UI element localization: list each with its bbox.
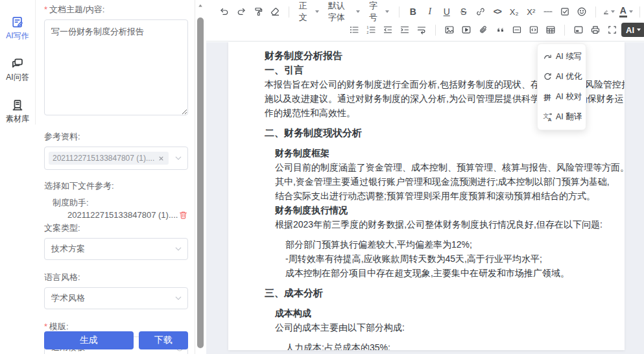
svg-text:A: A	[548, 117, 552, 122]
document-heading[interactable]: 成本构成	[275, 306, 609, 320]
code-block-icon[interactable]	[526, 22, 542, 38]
menu-item-label: AI 翻译	[556, 112, 582, 123]
divider-block-icon[interactable]	[509, 22, 525, 38]
svg-text:拼: 拼	[543, 93, 551, 101]
material-library-icon	[11, 99, 24, 112]
form-actions: 生成 下载	[44, 331, 188, 349]
document-heading[interactable]: 财务制度执行情况	[275, 203, 609, 217]
blockquote-icon[interactable]	[492, 22, 508, 38]
caret-down-icon	[629, 10, 633, 13]
image-icon[interactable]	[442, 22, 457, 38]
svg-text:1: 1	[366, 25, 368, 29]
document-heading[interactable]: 三、成本分析	[265, 286, 609, 300]
sidebar-rail: AI写作AI问答素材库	[0, 0, 36, 124]
copy-type-label: 文案类型:	[44, 222, 188, 234]
toolbar-divider	[289, 6, 289, 18]
document-text-line[interactable]: 人力成本:占总成本的35%;	[285, 340, 609, 350]
indent-increase-icon[interactable]	[397, 22, 412, 38]
delete-file-icon[interactable]	[178, 210, 188, 220]
menu-item-label: AI 续写	[556, 51, 582, 62]
file-row: 2021122715133847807 (1)....	[44, 210, 188, 220]
italic-button[interactable]: I	[422, 4, 438, 19]
scrollbar-thumb[interactable]	[197, 18, 204, 348]
divider-line-icon[interactable]	[540, 4, 556, 19]
ai-menu-button[interactable]: AI	[621, 23, 644, 37]
menu-item-AI-优化[interactable]: AI 优化	[538, 67, 586, 87]
highlight-color-button[interactable]	[601, 4, 617, 19]
language-style-select[interactable]: 学术风格	[44, 287, 188, 309]
document-text-line[interactable]: 结合实际支出进行动态调整;预算管理则采用年度预算和滚动预算相结合的方式。	[275, 189, 609, 203]
editor-area: 正文默认字体字号BIUS<>X₂X²A 12AI 财务制度分析报告一、引言本报告…	[206, 0, 644, 354]
font-family-select[interactable]: 默认字体	[324, 4, 364, 19]
document-text-line[interactable]: 公司目前的制度涵盖了资金管理、成本控制、预算管理、核算与报告、风险管理等方面。	[275, 160, 609, 174]
document-text-line[interactable]: 其中,资金管理主要通过银行账户管理和现金流预测进行;成本控制以部门预算为基础,	[275, 174, 609, 189]
video-icon[interactable]	[459, 22, 474, 38]
ai-dropdown-menu: AI 续写AI 优化拼AI 校对文AAI 翻译	[537, 43, 586, 130]
document-text-line[interactable]: 根据2023年前三季度的财务数据,公司整体财务制度执行情况良好,但存在以下问题:	[275, 217, 609, 231]
caret-down-icon	[637, 29, 641, 31]
menu-item-AI-续写[interactable]: AI 续写	[538, 47, 586, 67]
menu-item-AI-翻译[interactable]: 文AAI 翻译	[538, 107, 586, 127]
document-text-line[interactable]: -周转效率有待提高,应收账款周转天数为45天,高于行业平均水平;	[285, 252, 609, 266]
link-icon[interactable]	[473, 4, 488, 19]
generate-button[interactable]: 生成	[44, 331, 134, 349]
bold-button[interactable]: B	[405, 4, 421, 19]
indent-decrease-icon[interactable]	[380, 22, 396, 38]
required-marker: *	[44, 5, 47, 14]
ai-translate-icon: 文A	[543, 112, 553, 122]
copy-type-select[interactable]: 技术方案	[44, 238, 188, 260]
toolbar-row-1: 正文默认字体字号BIUS<>X₂X²A	[217, 4, 644, 19]
table-icon[interactable]	[543, 22, 558, 38]
topic-textarea[interactable]: 写一份财务制度分析报告	[44, 19, 188, 115]
toolbar-divider	[595, 6, 596, 18]
card-panel-icon[interactable]	[571, 22, 586, 38]
document-text-line[interactable]: 部分部门预算执行偏差较大,平均偏差率为12%;	[285, 237, 609, 252]
document-heading[interactable]: 财务制度框架	[275, 146, 609, 160]
document-text-line[interactable]: 成本控制在部分项目中存在超支现象,主要集中在研发和市场推广领域。	[285, 266, 609, 280]
task-checkbox-icon[interactable]	[557, 4, 573, 19]
sidebar-item-AI写作[interactable]: AI写作	[6, 16, 29, 41]
sidebar-item-素材库[interactable]: 素材库	[6, 99, 29, 124]
toolbar-divider	[639, 6, 640, 18]
sidebar-item-AI问答[interactable]: AI问答	[6, 57, 29, 83]
font-color-button[interactable]: A	[618, 4, 634, 19]
caret-down-icon	[611, 10, 615, 13]
redo-icon[interactable]	[233, 4, 249, 19]
scroll-up-arrow-icon[interactable]	[197, 3, 204, 9]
reference-tag-chip[interactable]: 2021122715133847807 (1)....	[49, 152, 169, 165]
ai-continue-icon	[543, 52, 553, 62]
ai-proofread-icon: 拼	[543, 92, 553, 102]
bullet-list-icon[interactable]	[346, 22, 362, 38]
reference-select[interactable]: 2021122715133847807 (1)....	[44, 147, 188, 170]
writing-form-panel: *文档主题/内容: 写一份财务制度分析报告 参考资料: 202112271513…	[36, 0, 195, 354]
inline-code-button[interactable]: <>	[490, 4, 505, 19]
clear-format-icon[interactable]	[267, 4, 283, 19]
chevron-down-icon	[174, 245, 182, 253]
strikethrough-button[interactable]: S	[456, 4, 471, 19]
text-wrap-icon[interactable]	[414, 22, 429, 38]
panel-scrollbar	[195, 0, 206, 354]
menu-item-AI-校对[interactable]: 拼AI 校对	[538, 87, 586, 107]
paragraph-style-select[interactable]: 正文	[295, 4, 323, 19]
attachment-icon[interactable]	[475, 22, 491, 38]
subscript-button[interactable]: X₂	[507, 4, 522, 19]
topic-label: *文档主题/内容:	[44, 4, 188, 16]
print-icon[interactable]	[588, 22, 603, 38]
sidebar-item-label: 素材库	[6, 113, 29, 124]
remove-tag-icon[interactable]	[158, 155, 165, 162]
underline-button[interactable]: U	[439, 4, 455, 19]
superscript-button[interactable]: X²	[523, 4, 539, 19]
emoji-icon[interactable]	[574, 4, 590, 19]
fullscreen-icon[interactable]	[604, 22, 620, 38]
format-painter-icon[interactable]	[250, 4, 266, 19]
ai-writing-icon	[11, 16, 24, 29]
ordered-list-icon[interactable]: 12	[363, 22, 379, 38]
caret-down-icon	[385, 10, 389, 13]
toolbar-divider	[564, 25, 565, 36]
language-style-label: 语言风格:	[44, 272, 188, 283]
undo-icon[interactable]	[217, 4, 232, 19]
chevron-down-icon	[174, 154, 182, 162]
download-button[interactable]: 下载	[139, 331, 188, 349]
document-text-line[interactable]: 公司的成本主要由以下部分构成:	[275, 320, 609, 335]
font-size-select[interactable]: 字号	[365, 4, 393, 19]
